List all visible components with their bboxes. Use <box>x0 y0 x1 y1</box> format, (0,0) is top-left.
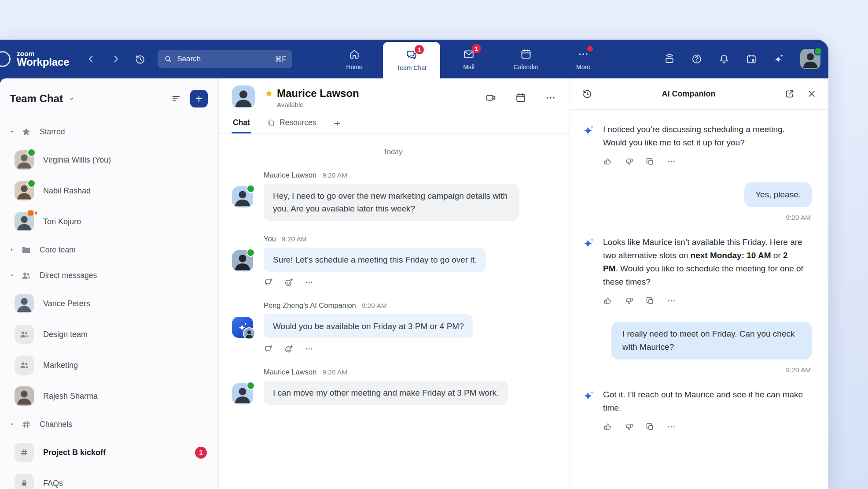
sidebar-section-channels[interactable]: Channels <box>0 411 218 437</box>
sidebar-title: Team Chat <box>10 93 63 105</box>
message-time: 9:20 AM <box>322 171 347 179</box>
close-panel-button[interactable] <box>806 89 817 99</box>
open-in-new-window-button[interactable] <box>784 89 795 99</box>
sidebar-item-vance-peters[interactable]: Vance Peters <box>0 288 218 319</box>
tab-chat[interactable]: Chat <box>233 118 250 133</box>
nav-tab-more[interactable]: More <box>555 40 612 78</box>
notifications-button[interactable] <box>718 53 730 65</box>
ai-feedback-actions <box>603 157 805 167</box>
search-input[interactable]: Search ⌘F <box>158 50 292 68</box>
sidebar-item-design-team[interactable]: Design team <box>0 319 218 350</box>
nav-tab-calendar[interactable]: Calendar <box>497 40 555 78</box>
search-placeholder: Search <box>177 55 201 63</box>
sidebar-title-dropdown[interactable]: Team Chat <box>10 93 75 105</box>
ai-header-actions <box>784 89 817 99</box>
thumbs-up-icon[interactable] <box>603 296 613 306</box>
presence-status-text: Available <box>277 101 359 108</box>
thumbs-up-icon[interactable] <box>603 422 613 432</box>
sidebar-section-starred[interactable]: Starred <box>0 119 218 144</box>
avatar <box>15 294 34 313</box>
ai-more-icon[interactable] <box>666 296 676 306</box>
schedule-button[interactable] <box>746 53 757 65</box>
chat-header: Maurice Lawson Available <box>219 78 570 114</box>
nav-tab-label: Home <box>346 63 362 70</box>
sidebar-item-label: Vance Peters <box>43 299 90 308</box>
tab-resources[interactable]: Resources <box>267 118 316 133</box>
reply-in-thread-icon[interactable] <box>264 344 273 354</box>
ai-more-icon[interactable] <box>666 157 676 167</box>
sidebar-section-direct-messages[interactable]: Direct messages <box>0 263 218 288</box>
forward-button[interactable] <box>110 54 121 64</box>
start-video-meeting-button[interactable] <box>485 92 497 104</box>
sidebar-item-tori-kojuro[interactable]: Tori Kojuro <box>0 206 218 237</box>
add-reaction-icon[interactable] <box>284 278 294 287</box>
history-button[interactable] <box>134 53 146 65</box>
thumbs-up-icon[interactable] <box>603 157 613 167</box>
ai-message-text: I noticed you’re discussing scheduling a… <box>603 123 805 149</box>
back-button[interactable] <box>86 54 96 64</box>
sidebar-item-project-b-kickoff[interactable]: Project B kickoff1 <box>0 437 218 468</box>
message-bubble: Sure! Let’s schedule a meeting this Frid… <box>264 248 486 272</box>
logo-workplace-text: Workplace <box>17 57 69 67</box>
nav-tab-icon-wrap <box>348 48 360 60</box>
chat-message: Peng Zheng’s AI Companion9:20 AMWould yo… <box>232 301 554 354</box>
avatar <box>232 186 253 207</box>
schedule-meeting-button[interactable] <box>515 92 526 104</box>
ai-companion-button[interactable] <box>773 53 784 65</box>
add-reaction-icon[interactable] <box>284 344 294 354</box>
user-avatar-button[interactable] <box>800 49 820 69</box>
caret-down-icon[interactable] <box>9 421 15 427</box>
message-list: Today Maurice Lawson9:20 AMHey, I need t… <box>219 133 570 489</box>
copy-response-icon[interactable] <box>645 422 655 432</box>
sidebar-item-virginia-willis-you[interactable]: Virginia Willis (You) <box>0 144 218 175</box>
messages-container: Maurice Lawson9:20 AMHey, I need to go o… <box>232 171 554 405</box>
thumbs-down-icon[interactable] <box>624 422 634 432</box>
ai-message: Looks like Maurice isn’t available this … <box>581 236 812 306</box>
presence-online-dot <box>814 47 822 56</box>
nav-tab-team-chat[interactable]: 1Team Chat <box>383 42 440 78</box>
topbar-actions <box>664 49 828 69</box>
caret-right-icon[interactable] <box>9 247 15 253</box>
channel-avatar <box>15 474 34 489</box>
nav-tab-mail[interactable]: 1Mail <box>440 40 497 78</box>
nav-tab-icon-wrap <box>577 48 589 60</box>
filter-button[interactable] <box>171 93 181 104</box>
message-more-icon[interactable] <box>304 278 314 287</box>
sidebar-item-faqs[interactable]: FAQs <box>0 468 218 489</box>
group-avatar <box>15 325 34 344</box>
caret-down-icon[interactable] <box>9 272 15 278</box>
avatar <box>232 85 255 108</box>
group-icon <box>19 329 29 340</box>
sidebar-item-label: Virginia Willis (You) <box>43 156 111 165</box>
ai-history-button[interactable] <box>581 88 593 100</box>
chat-message: Maurice Lawson9:20 AMI can move my other… <box>232 368 554 405</box>
sidebar-item-rajesh-sharma[interactable]: Rajesh Sharma <box>0 381 218 411</box>
thumbs-down-icon[interactable] <box>624 296 634 306</box>
sidebar-item-marketing[interactable]: Marketing <box>0 350 218 381</box>
sidebar-section-core-team[interactable]: Core team <box>0 237 218 263</box>
ai-more-icon[interactable] <box>666 422 676 432</box>
ai-panel-title: AI Companion <box>593 89 784 99</box>
copy-response-icon[interactable] <box>645 296 655 306</box>
chat-more-options-button[interactable] <box>545 92 556 104</box>
folder-icon <box>21 244 32 256</box>
message-more-icon[interactable] <box>304 344 314 354</box>
message-author: You <box>264 235 276 243</box>
starred-star-icon[interactable] <box>265 89 273 98</box>
copy-response-icon[interactable] <box>645 157 655 167</box>
sidebar-item-nabil-rashad[interactable]: Nabil Rashad <box>0 175 218 206</box>
avatar <box>15 212 34 231</box>
reply-in-thread-icon[interactable] <box>264 278 273 287</box>
nav-tab-home[interactable]: Home <box>326 40 383 78</box>
chat-panel: Maurice Lawson Available ChatResources T… <box>219 78 570 489</box>
add-chat-tab-icon[interactable] <box>333 119 341 133</box>
chat-header-info: Maurice Lawson Available <box>265 87 359 108</box>
caret-down-icon[interactable] <box>9 129 15 135</box>
connect-device-button[interactable] <box>664 53 675 65</box>
nav-tab-icon-wrap <box>520 48 532 60</box>
thumbs-down-icon[interactable] <box>624 157 634 167</box>
chat-tab-label: Resources <box>280 118 316 127</box>
add-chat-button[interactable] <box>190 90 208 107</box>
help-button[interactable] <box>691 53 702 65</box>
avatar-image <box>232 85 255 108</box>
